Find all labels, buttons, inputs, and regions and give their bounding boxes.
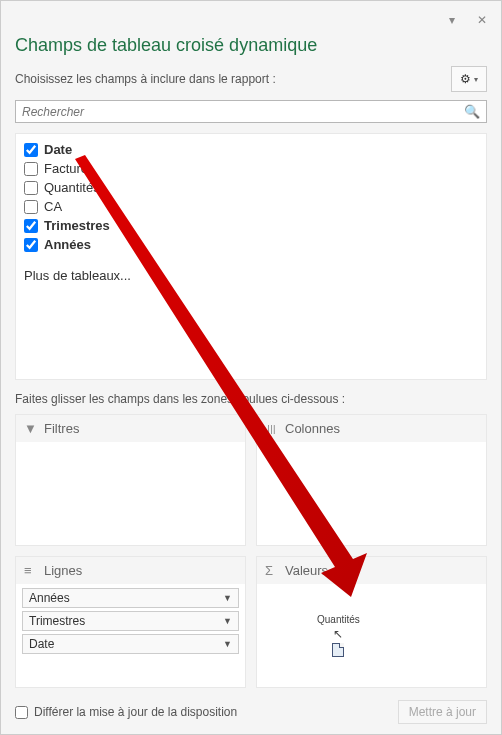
field-list: Date Facture Quantités CA Trimestres Ann… bbox=[15, 133, 487, 380]
field-checkbox[interactable] bbox=[24, 238, 38, 252]
zone-rows[interactable]: ≡ Lignes Années ▼ Trimestres ▼ Date ▼ bbox=[15, 556, 246, 688]
instruction-row: Choisissez les champs à inclure dans le … bbox=[15, 66, 487, 92]
sigma-icon: Σ bbox=[265, 563, 279, 578]
field-label: Date bbox=[44, 142, 72, 157]
footer: Différer la mise à jour de la dispositio… bbox=[15, 688, 487, 724]
field-item-date[interactable]: Date bbox=[24, 140, 478, 159]
document-icon bbox=[332, 643, 344, 657]
columns-icon: ⫼ bbox=[265, 421, 279, 436]
row-item-label: Trimestres bbox=[29, 614, 85, 628]
field-item-annees[interactable]: Années bbox=[24, 235, 478, 254]
chevron-down-icon[interactable]: ▼ bbox=[223, 639, 232, 649]
instruction-text: Choisissez les champs à inclure dans le … bbox=[15, 72, 276, 86]
search-box[interactable]: 🔍 bbox=[15, 100, 487, 123]
zone-header: Σ Valeurs bbox=[257, 557, 486, 584]
zone-body[interactable]: Quantités ↖ bbox=[257, 584, 486, 687]
more-tables-link[interactable]: Plus de tableaux... bbox=[24, 268, 478, 283]
zone-header: ▼ Filtres bbox=[16, 415, 245, 442]
field-item-trimestres[interactable]: Trimestres bbox=[24, 216, 478, 235]
titlebar: ▾ ✕ bbox=[15, 11, 487, 31]
row-item-label: Années bbox=[29, 591, 70, 605]
field-list-options-button[interactable]: ⚙ ▾ bbox=[451, 66, 487, 92]
field-item-quantites[interactable]: Quantités bbox=[24, 178, 478, 197]
field-label: Trimestres bbox=[44, 218, 110, 233]
pane-title: Champs de tableau croisé dynamique bbox=[15, 35, 487, 56]
zone-title: Valeurs bbox=[285, 563, 328, 578]
field-checkbox[interactable] bbox=[24, 162, 38, 176]
defer-label: Différer la mise à jour de la dispositio… bbox=[34, 705, 237, 719]
field-checkbox[interactable] bbox=[24, 200, 38, 214]
zone-values[interactable]: Σ Valeurs Quantités ↖ bbox=[256, 556, 487, 688]
field-label: Années bbox=[44, 237, 91, 252]
zone-title: Filtres bbox=[44, 421, 79, 436]
row-item-trimestres[interactable]: Trimestres ▼ bbox=[22, 611, 239, 631]
field-item-facture[interactable]: Facture bbox=[24, 159, 478, 178]
close-icon[interactable]: ✕ bbox=[477, 13, 487, 27]
chevron-down-icon[interactable]: ▼ bbox=[223, 616, 232, 626]
field-label: CA bbox=[44, 199, 62, 214]
rows-icon: ≡ bbox=[24, 563, 38, 578]
field-checkbox[interactable] bbox=[24, 181, 38, 195]
field-label: Facture bbox=[44, 161, 88, 176]
gear-icon: ⚙ bbox=[460, 72, 471, 86]
field-checkbox[interactable] bbox=[24, 143, 38, 157]
defer-update-checkbox[interactable]: Différer la mise à jour de la dispositio… bbox=[15, 705, 237, 719]
cursor-icon: ↖ bbox=[333, 627, 343, 641]
field-checkbox[interactable] bbox=[24, 219, 38, 233]
filter-icon: ▼ bbox=[24, 421, 38, 436]
pane-dropdown-icon[interactable]: ▾ bbox=[449, 13, 455, 27]
zone-filters[interactable]: ▼ Filtres bbox=[15, 414, 246, 546]
drag-instruction: Faites glisser les champs dans les zones… bbox=[15, 392, 487, 406]
defer-checkbox[interactable] bbox=[15, 706, 28, 719]
row-item-label: Date bbox=[29, 637, 54, 651]
drop-zones: ▼ Filtres ⫼ Colonnes ≡ Lignes Années ▼ bbox=[15, 414, 487, 688]
search-icon[interactable]: 🔍 bbox=[464, 104, 480, 119]
drag-ghost-label: Quantités bbox=[317, 614, 360, 625]
zone-header: ⫼ Colonnes bbox=[257, 415, 486, 442]
row-item-annees[interactable]: Années ▼ bbox=[22, 588, 239, 608]
zone-header: ≡ Lignes bbox=[16, 557, 245, 584]
zone-columns[interactable]: ⫼ Colonnes bbox=[256, 414, 487, 546]
field-item-ca[interactable]: CA bbox=[24, 197, 478, 216]
zone-title: Lignes bbox=[44, 563, 82, 578]
row-item-date[interactable]: Date ▼ bbox=[22, 634, 239, 654]
zone-body[interactable] bbox=[16, 442, 245, 545]
chevron-down-icon[interactable]: ▼ bbox=[223, 593, 232, 603]
drag-ghost: Quantités ↖ bbox=[317, 614, 360, 657]
field-label: Quantités bbox=[44, 180, 100, 195]
zone-body[interactable] bbox=[257, 442, 486, 545]
zone-body[interactable]: Années ▼ Trimestres ▼ Date ▼ bbox=[16, 584, 245, 687]
zone-title: Colonnes bbox=[285, 421, 340, 436]
chevron-down-icon: ▾ bbox=[474, 75, 478, 84]
pivot-field-pane: ▾ ✕ Champs de tableau croisé dynamique C… bbox=[0, 0, 502, 735]
search-input[interactable] bbox=[22, 105, 464, 119]
update-button[interactable]: Mettre à jour bbox=[398, 700, 487, 724]
